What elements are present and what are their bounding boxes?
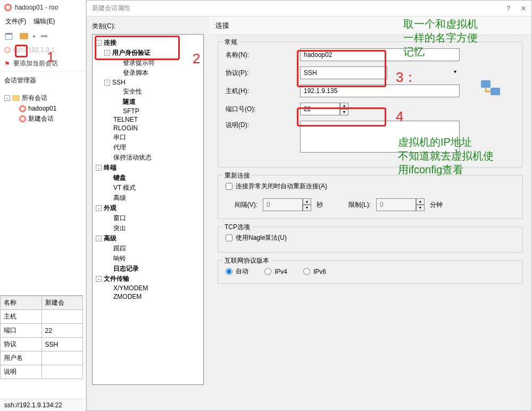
cat-login-script[interactable]: 登录脚本 [95, 68, 201, 78]
tree-toggle-icon[interactable]: - [4, 95, 10, 101]
window-title: hadoop01 - roo [15, 4, 58, 11]
interval-label: 间隔(V): [226, 200, 257, 209]
desc-textarea[interactable] [300, 121, 460, 153]
dialog-title: 新建会话属性 [92, 4, 130, 13]
app-icon [4, 4, 12, 11]
folder-icon [12, 95, 20, 101]
tree-root-label: 所有会话 [22, 94, 47, 103]
statusbar: ssh://192.1.9.134:22 [0, 399, 84, 411]
swirl-icon [4, 47, 11, 53]
protocol-select[interactable] [300, 66, 387, 79]
cat-window[interactable]: 窗口 [95, 213, 201, 223]
tree-toggle-icon[interactable]: - [104, 50, 110, 56]
cat-logging[interactable]: 日志记录 [95, 264, 201, 274]
svg-rect-4 [481, 80, 491, 88]
cat-advanced[interactable]: -高级 [95, 233, 201, 244]
group-tcp: TCP选项 使用Nagle算法(U) [218, 227, 523, 253]
name-input[interactable] [300, 48, 460, 61]
svg-rect-0 [5, 34, 12, 39]
port-up-button[interactable]: ▲ [340, 103, 348, 109]
close-button[interactable]: ✕ [521, 5, 526, 12]
menu-file[interactable]: 文件(F) [5, 17, 26, 26]
dialog-titlebar: 新建会话属性 ? ✕ [87, 1, 531, 16]
cat-sftp[interactable]: SFTP [95, 107, 201, 115]
cat-file-transfer[interactable]: -文件传输 [95, 274, 201, 284]
cat-keyboard[interactable]: 键盘 [95, 173, 201, 183]
protocol-label: 协议(P): [226, 69, 300, 78]
port-input[interactable] [300, 103, 340, 115]
limit-up-button[interactable]: ▲ [416, 198, 425, 205]
cat-tunnel[interactable]: 隧道 [95, 97, 201, 107]
cat-terminal[interactable]: -终端 [95, 163, 201, 173]
cat-rlogin[interactable]: RLOGIN [95, 124, 201, 132]
cat-connection[interactable]: -连接 [95, 38, 201, 48]
limit-label: 限制(L): [328, 200, 371, 209]
address-row: ssh://192.1.9.1 [0, 44, 86, 56]
host-input[interactable] [300, 85, 460, 97]
cat-proxy[interactable]: 代理 [95, 142, 201, 153]
settings-panel: 连接 常规 名称(N): 协议(P): 主机(H): [209, 16, 531, 410]
dropdown-icon[interactable]: ▾ [33, 34, 35, 39]
limit-down-button[interactable]: ▼ [416, 205, 425, 211]
reconnect-label: 连接异常关闭时自动重新连接(A) [236, 182, 327, 191]
radio-auto[interactable]: 自动 [226, 267, 248, 276]
group-title: 常规 [222, 38, 239, 47]
tree-toggle-icon[interactable]: - [96, 165, 102, 171]
desc-label: 说明(D): [226, 121, 300, 130]
group-title: 重新连接 [222, 171, 252, 180]
tree-item-hadoop01[interactable]: hadoop01 [4, 104, 81, 113]
category-tree[interactable]: -连接 -用户身份验证 登录提示符 登录脚本 -SSH 安全性 隧道 SFTP … [92, 34, 204, 385]
properties-grid: 名称 新建会 主机 端口22 协议SSH 用户名 说明 [0, 295, 83, 379]
cat-bell[interactable]: 响铃 [95, 254, 201, 264]
tree-toggle-icon[interactable]: - [96, 236, 102, 241]
cat-appearance[interactable]: -外观 [95, 203, 201, 213]
link-button[interactable] [38, 30, 50, 42]
tree-item-new[interactable]: 新建会话 [4, 113, 81, 124]
tree-root-row[interactable]: - 所有会话 [4, 93, 81, 104]
cat-user-auth[interactable]: -用户身份验证 [95, 48, 201, 58]
props-header-value: 新建会 [41, 296, 83, 310]
folder-button[interactable] [18, 30, 30, 42]
session-tree: - 所有会话 hadoop01 新建会话 [0, 89, 86, 128]
port-label: 端口号(O): [226, 105, 300, 114]
cat-vt-mode[interactable]: VT 模式 [95, 183, 201, 193]
nagle-label: 使用Nagle算法(U) [236, 233, 287, 242]
table-row: 说明 [1, 365, 83, 379]
add-favorite-row[interactable]: ⚑ 要添加当前会话 [0, 56, 86, 72]
interval-unit: 秒 [317, 200, 323, 209]
connection-icon [480, 79, 501, 99]
help-button[interactable]: ? [506, 5, 510, 12]
cat-zmodem[interactable]: ZMODEM [95, 292, 201, 301]
section-header: 连接 [209, 16, 531, 35]
cat-ssh[interactable]: -SSH [95, 78, 201, 87]
table-row: 协议SSH [1, 338, 83, 351]
reconnect-checkbox[interactable] [226, 183, 232, 190]
cat-xymodem[interactable]: X/YMODEM [95, 284, 201, 292]
menu-edit[interactable]: 编辑(E) [34, 17, 55, 26]
tree-toggle-icon[interactable]: - [104, 80, 110, 86]
interval-up-button[interactable]: ▲ [303, 198, 311, 205]
cat-advanced-term[interactable]: 高级 [95, 193, 201, 203]
tree-toggle-icon[interactable]: - [96, 40, 102, 46]
tree-toggle-icon[interactable]: - [96, 205, 102, 211]
cat-trace[interactable]: 跟踪 [95, 244, 201, 254]
new-session-button[interactable] [3, 30, 15, 42]
nagle-checkbox[interactable] [226, 234, 232, 241]
cat-keep-active[interactable]: 保持活动状态 [95, 153, 201, 163]
address-text[interactable]: ssh://192.1.9.1 [13, 46, 55, 54]
radio-ipv6[interactable]: IPv6 [303, 268, 326, 275]
cat-highlight[interactable]: 突出 [95, 223, 201, 233]
group-reconnect: 重新连接 连接异常关闭时自动重新连接(A) 间隔(V): ▲▼ 秒 限制(L): [218, 175, 523, 219]
port-down-button[interactable]: ▼ [340, 109, 348, 115]
radio-ipv4[interactable]: IPv4 [264, 268, 287, 275]
cat-security[interactable]: 安全性 [95, 87, 201, 97]
name-label: 名称(N): [226, 51, 300, 60]
main-window: hadoop01 - roo 文件(F) 编辑(E) ▾ ssh://192.1… [0, 0, 86, 411]
group-general: 常规 名称(N): 协议(P): 主机(H): 端口号(O): [218, 41, 523, 167]
cat-serial[interactable]: 串口 [95, 132, 201, 142]
interval-down-button[interactable]: ▼ [303, 205, 311, 211]
cat-login-prompt[interactable]: 登录提示符 [95, 58, 201, 68]
session-icon [19, 105, 26, 112]
cat-telnet[interactable]: TELNET [95, 115, 201, 124]
tree-toggle-icon[interactable]: - [96, 276, 102, 282]
